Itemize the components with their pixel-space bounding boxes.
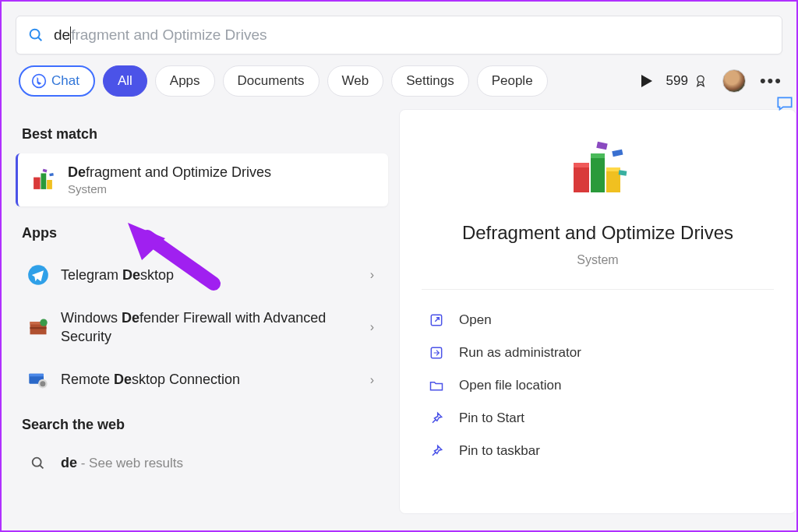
defrag-icon: [29, 166, 57, 194]
app-item-telegram[interactable]: Telegram Desktop ›: [16, 252, 388, 298]
action-open-location[interactable]: Open file location: [422, 369, 774, 402]
action-run-admin[interactable]: Run as administrator: [422, 336, 774, 369]
results-column: Best match Defragment and Optimize Drive…: [16, 104, 388, 514]
chevron-right-icon: ›: [370, 373, 374, 387]
svg-rect-23: [591, 153, 605, 158]
app-item-defender-firewall[interactable]: Windows Defender Firewall with Advanced …: [16, 298, 388, 358]
filter-apps[interactable]: Apps: [155, 65, 215, 97]
user-avatar[interactable]: [722, 69, 746, 93]
telegram-icon: [26, 263, 50, 287]
bing-icon: [31, 73, 47, 89]
details-subtitle: System: [577, 253, 618, 267]
svg-point-2: [33, 75, 46, 88]
filter-row: Chat All Apps Documents Web Settings Peo…: [2, 55, 796, 104]
search-icon: [27, 26, 44, 44]
svg-rect-5: [41, 174, 46, 189]
svg-rect-25: [606, 167, 620, 171]
filter-web[interactable]: Web: [327, 65, 384, 97]
app-item-remote-desktop[interactable]: Remote Desktop Connection ›: [16, 358, 388, 403]
svg-rect-15: [29, 373, 44, 376]
filter-all[interactable]: All: [103, 65, 147, 97]
medal-icon: [693, 73, 708, 89]
details-panel: Defragment and Optimize Drives System Op…: [399, 109, 796, 514]
svg-rect-6: [47, 180, 52, 189]
folder-icon: [428, 377, 445, 394]
svg-line-19: [40, 465, 43, 468]
svg-rect-21: [574, 163, 589, 167]
chevron-right-icon: ›: [370, 268, 374, 282]
action-label: Open: [459, 312, 492, 328]
svg-rect-8: [49, 173, 54, 176]
filter-settings[interactable]: Settings: [391, 65, 468, 97]
search-bar[interactable]: de fragment and Optimize Drives: [16, 16, 782, 55]
chevron-right-icon: ›: [370, 320, 374, 334]
search-input[interactable]: de fragment and Optimize Drives: [54, 26, 267, 44]
svg-rect-22: [591, 153, 605, 192]
more-menu-icon[interactable]: •••: [760, 71, 782, 91]
search-autocomplete-text: fragment and Optimize Drives: [71, 26, 267, 44]
details-title: Defragment and Optimize Drives: [462, 222, 733, 244]
filter-people[interactable]: People: [477, 65, 548, 97]
best-match-subtitle: System: [68, 182, 271, 196]
app-label: Remote Desktop Connection: [61, 370, 359, 389]
action-label: Pin to taskbar: [459, 443, 540, 459]
web-result-label: de - See web results: [61, 455, 183, 471]
open-icon: [428, 312, 445, 329]
svg-rect-26: [596, 142, 607, 150]
separator: [422, 289, 774, 290]
svg-point-3: [697, 76, 704, 82]
svg-line-1: [38, 37, 41, 41]
svg-point-0: [30, 30, 40, 39]
svg-rect-4: [34, 178, 41, 189]
action-label: Pin to Start: [459, 410, 524, 426]
filter-documents[interactable]: Documents: [223, 65, 320, 97]
chat-label: Chat: [51, 73, 79, 89]
chat-sidebar-icon[interactable]: [775, 93, 795, 114]
admin-icon: [428, 344, 445, 361]
best-match-title: Defragment and Optimize Drives: [68, 164, 271, 181]
svg-point-17: [40, 381, 45, 386]
svg-rect-12: [30, 327, 47, 329]
pin-icon: [428, 410, 445, 427]
action-pin-start[interactable]: Pin to Start: [422, 402, 774, 435]
svg-rect-27: [612, 150, 623, 157]
defrag-hero-icon: [563, 138, 633, 200]
scroll-more-icon[interactable]: [641, 75, 652, 87]
section-apps-title: Apps: [16, 219, 388, 252]
section-best-match-title: Best match: [16, 120, 388, 153]
chat-pill[interactable]: Chat: [19, 65, 95, 97]
app-label: Telegram Desktop: [61, 266, 359, 284]
web-result-item[interactable]: de - See web results: [16, 444, 388, 483]
svg-rect-7: [43, 169, 48, 173]
action-open[interactable]: Open: [422, 304, 774, 336]
action-label: Run as administrator: [459, 345, 581, 361]
rewards-points: 599: [666, 73, 688, 89]
remote-desktop-icon: [26, 368, 50, 392]
svg-point-13: [40, 319, 47, 326]
action-label: Open file location: [459, 378, 561, 393]
pin-icon: [428, 442, 445, 460]
firewall-icon: [26, 315, 50, 339]
section-search-web-title: Search the web: [16, 410, 388, 444]
action-pin-taskbar[interactable]: Pin to taskbar: [422, 435, 774, 467]
app-label: Windows Defender Firewall with Advanced …: [61, 308, 359, 347]
search-icon: [26, 452, 50, 475]
best-match-item[interactable]: Defragment and Optimize Drives System: [16, 153, 388, 206]
rewards-button[interactable]: 599: [666, 73, 708, 89]
search-typed-text: de: [54, 26, 70, 44]
svg-point-18: [33, 457, 41, 466]
